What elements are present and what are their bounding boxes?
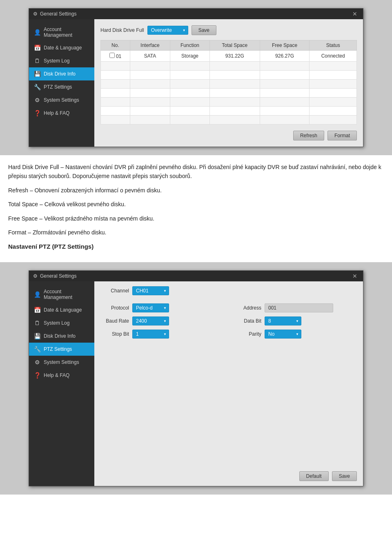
sidebar-item-account-1[interactable]: 👤 Account Management <box>29 23 94 41</box>
databit-dropdown[interactable]: 8 <box>265 316 301 325</box>
text-paragraph-5: Format – Zformátování pevného disku. <box>8 228 384 237</box>
sidebar-item-ptz-1[interactable]: 🔧 PTZ Settings <box>29 80 94 94</box>
disk-icon-1: 💾 <box>34 71 40 77</box>
cell-free: 926.27G <box>260 51 310 62</box>
address-input[interactable] <box>265 303 333 312</box>
protocol-dropdown-wrapper[interactable]: Pelco-d <box>132 303 169 312</box>
default-button[interactable]: Default <box>299 471 329 481</box>
general-settings-window-2: ⚙ General Settings ✕ 👤 Account Managemen… <box>29 270 363 486</box>
sidebar-item-system-1[interactable]: ⚙ System Settings <box>29 94 94 107</box>
channel-label: Channel <box>100 288 129 294</box>
table-row-empty-3 <box>101 80 357 89</box>
channel-dropdown-wrapper[interactable]: CH01 <box>132 286 169 295</box>
stopbit-dropdown-wrapper[interactable]: 1 <box>132 330 169 339</box>
table-row-empty-2 <box>101 71 357 80</box>
bottom-row-2: Default Save <box>100 469 357 481</box>
bottom-row-1: Refresh Format <box>100 129 357 140</box>
sidebar-label-help-2: Help & FAQ <box>44 372 69 378</box>
refresh-button[interactable]: Refresh <box>293 131 324 140</box>
sidebar-item-help-1[interactable]: ❓ Help & FAQ <box>29 107 94 120</box>
cell-total: 931.22G <box>209 51 260 62</box>
sidebar-label-help-1: Help & FAQ <box>44 110 69 116</box>
ptz-form-grid: Protocol Pelco-d Address <box>100 299 357 343</box>
sidebar-label-system-1: System Settings <box>44 97 79 103</box>
screenshot-panel-2: ⚙ General Settings ✕ 👤 Account Managemen… <box>0 262 392 495</box>
sidebar-label-date-2: Date & Language <box>44 307 82 313</box>
sidebar-label-date-1: Date & Language <box>44 45 82 51</box>
databit-dropdown-wrapper[interactable]: 8 <box>265 316 301 325</box>
cell-status: Connected <box>310 51 357 62</box>
help-icon-2: ❓ <box>34 372 40 379</box>
sidebar-item-help-2[interactable]: ❓ Help & FAQ <box>29 369 94 382</box>
address-label: Address <box>233 305 261 311</box>
account-icon-1: 👤 <box>34 29 40 36</box>
parity-dropdown-wrapper[interactable]: No <box>265 330 301 339</box>
col-free: Free Space <box>260 40 310 51</box>
disk-icon-2: 💾 <box>34 333 40 339</box>
sidebar-item-disk-1[interactable]: 💾 Disk Drive Info <box>29 67 94 80</box>
hdd-full-label: Hard Disk Drive Full <box>100 27 144 33</box>
syslog-icon-1: 🗒 <box>34 58 40 64</box>
save-button-1[interactable]: Save <box>192 25 216 35</box>
date-icon-2: 📅 <box>34 307 40 313</box>
title-bar-left-2: ⚙ General Settings <box>33 273 76 279</box>
stopbit-dropdown[interactable]: 1 <box>132 330 169 339</box>
sidebar-item-account-2[interactable]: 👤 Account Management <box>29 285 94 303</box>
channel-dropdown[interactable]: CH01 <box>132 286 169 295</box>
protocol-row: Protocol Pelco-d <box>100 303 225 312</box>
col-no: No. <box>101 40 130 51</box>
sidebar-label-disk-2: Disk Drive Info <box>44 333 76 339</box>
spacer <box>100 343 357 404</box>
sidebar-item-syslog-2[interactable]: 🗒 System Log <box>29 316 94 330</box>
text-paragraph-3: Total Space – Celková velikost pevného d… <box>8 200 384 209</box>
save-button-2[interactable]: Save <box>332 471 357 481</box>
hdd-dropdown-wrapper[interactable]: Overwrite <box>147 26 188 35</box>
close-button-2[interactable]: ✕ <box>351 273 359 279</box>
sidebar-item-disk-2[interactable]: 💾 Disk Drive Info <box>29 330 94 343</box>
cell-interface: SATA <box>130 51 170 62</box>
gear-icon-2: ⚙ <box>33 273 38 279</box>
sidebar-2: 👤 Account Management 📅 Date & Language 🗒… <box>29 281 94 486</box>
hdd-dropdown[interactable]: Overwrite <box>147 26 188 35</box>
protocol-dropdown[interactable]: Pelco-d <box>132 303 169 312</box>
cell-function: Storage <box>170 51 209 62</box>
sidebar-label-system-2: System Settings <box>44 359 79 365</box>
help-icon-1: ❓ <box>34 110 40 116</box>
databit-label: Data Bit <box>233 318 261 324</box>
baud-label: Baud Rate <box>100 318 129 324</box>
sidebar-item-system-2[interactable]: ⚙ System Settings <box>29 356 94 369</box>
text-paragraph-2: Refresh – Obnovení zobrazených informací… <box>8 186 384 195</box>
text-paragraph-4: Free Space – Velikost prázdného místa na… <box>8 214 384 223</box>
top-row: Hard Disk Drive Full Overwrite Save <box>100 25 357 35</box>
format-button[interactable]: Format <box>327 131 357 140</box>
close-button-1[interactable]: ✕ <box>351 11 359 17</box>
cell-checkbox[interactable]: 01 <box>101 51 130 62</box>
sidebar-item-date-2[interactable]: 📅 Date & Language <box>29 303 94 316</box>
baud-dropdown-wrapper[interactable]: 2400 <box>132 316 169 325</box>
disk-table-wrapper: No. Interface Function Total Space Free … <box>100 40 357 125</box>
address-row: Address <box>233 303 357 312</box>
sidebar-item-ptz-2[interactable]: 🔧 PTZ Settings <box>29 343 94 356</box>
window-body-1: 👤 Account Management 📅 Date & Language 🗒… <box>29 19 363 147</box>
channel-row: Channel CH01 <box>100 286 357 295</box>
protocol-label: Protocol <box>100 305 129 311</box>
col-function: Function <box>170 40 209 51</box>
baud-dropdown[interactable]: 2400 <box>132 316 169 325</box>
row-checkbox[interactable] <box>109 53 115 58</box>
parity-dropdown[interactable]: No <box>265 330 301 339</box>
gear-icon: ⚙ <box>33 11 38 17</box>
sidebar-item-syslog-1[interactable]: 🗒 System Log <box>29 54 94 67</box>
parity-label: Parity <box>233 331 261 337</box>
title-bar-2: ⚙ General Settings ✕ <box>29 271 363 281</box>
parity-row: Parity No <box>233 330 357 339</box>
ptz-section-heading: Nastavení PTZ (PTZ Settings) <box>8 242 384 252</box>
sidebar-label-account-2: Account Management <box>44 289 89 300</box>
table-row-empty-7 <box>101 116 357 125</box>
baud-row: Baud Rate 2400 <box>100 316 225 325</box>
sidebar-item-date-1[interactable]: 📅 Date & Language <box>29 41 94 54</box>
databit-row: Data Bit 8 <box>233 316 357 325</box>
title-bar-left: ⚙ General Settings <box>33 11 76 17</box>
ptz-main-content: Channel CH01 Protocol Pelco-d <box>94 281 363 486</box>
title-bar-1: ⚙ General Settings ✕ <box>29 9 363 19</box>
system-icon-1: ⚙ <box>34 97 40 103</box>
